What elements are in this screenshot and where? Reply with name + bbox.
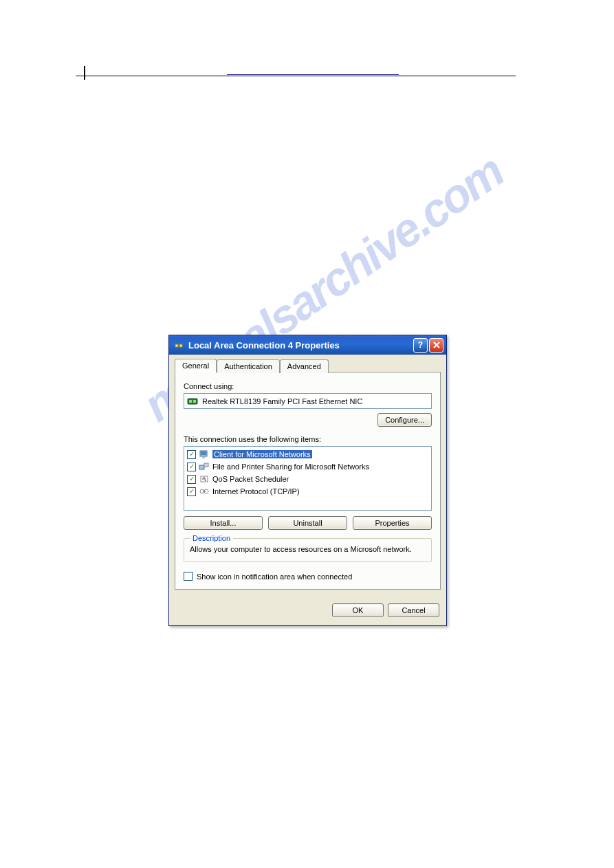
adapter-name: Realtek RTL8139 Family PCI Fast Ethernet… — [202, 397, 362, 405]
list-item-qos[interactable]: QoS Packet Scheduler — [186, 473, 430, 485]
list-item-label: Internet Protocol (TCP/IP) — [212, 487, 300, 496]
page-header-rule — [76, 76, 516, 80]
checkbox-icon[interactable] — [187, 450, 196, 459]
connection-items-list[interactable]: Client for Microsoft Networks File and P… — [184, 446, 432, 511]
tab-row: General Authentication Advanced — [175, 359, 441, 372]
list-item-label: Client for Microsoft Networks — [212, 450, 312, 458]
list-item-share[interactable]: File and Printer Sharing for Microsoft N… — [186, 460, 430, 473]
uninstall-button[interactable]: Uninstall — [268, 516, 347, 530]
svg-rect-4 — [189, 400, 192, 403]
tab-panel-general: Connect using: Realtek RTL8139 Family PC… — [175, 372, 441, 590]
cancel-button[interactable]: Cancel — [388, 603, 439, 617]
adapter-field[interactable]: Realtek RTL8139 Family PCI Fast Ethernet… — [184, 393, 432, 409]
dialog-title: Local Area Connection 4 Properties — [188, 340, 413, 350]
items-label: This connection uses the following items… — [184, 435, 432, 443]
description-text: Allows your computer to access resources… — [190, 544, 426, 555]
svg-rect-9 — [199, 465, 204, 469]
list-item-label: QoS Packet Scheduler — [212, 475, 289, 483]
checkbox-icon[interactable] — [187, 463, 196, 471]
description-legend: Description — [190, 534, 233, 542]
svg-rect-7 — [201, 452, 206, 455]
help-button[interactable]: ? — [413, 338, 428, 353]
text-cursor — [84, 66, 85, 80]
svg-rect-1 — [179, 344, 182, 347]
header-link-underline — [227, 74, 399, 75]
tab-general[interactable]: General — [175, 359, 217, 372]
install-button[interactable]: Install... — [184, 516, 263, 530]
svg-rect-11 — [201, 476, 208, 482]
checkbox-icon[interactable] — [187, 475, 196, 484]
properties-button[interactable]: Properties — [353, 516, 432, 530]
svg-rect-10 — [204, 463, 208, 467]
list-item-label: File and Printer Sharing for Microsoft N… — [212, 463, 369, 471]
close-button[interactable] — [429, 338, 443, 353]
client-icon — [199, 449, 210, 460]
description-group: Description Allows your computer to acce… — [184, 538, 432, 562]
ok-button[interactable]: OK — [332, 603, 384, 617]
qos-icon — [199, 474, 210, 485]
tab-advanced[interactable]: Advanced — [280, 359, 329, 373]
share-icon — [199, 461, 210, 472]
protocol-icon — [199, 486, 210, 497]
list-item-client[interactable]: Client for Microsoft Networks — [186, 448, 430, 460]
svg-rect-8 — [202, 457, 205, 458]
connect-using-label: Connect using: — [184, 382, 432, 390]
list-item-tcpip[interactable]: Internet Protocol (TCP/IP) — [186, 485, 430, 498]
svg-rect-0 — [175, 344, 178, 347]
nic-icon — [187, 396, 198, 407]
titlebar[interactable]: Local Area Connection 4 Properties ? — [169, 335, 446, 355]
svg-rect-5 — [193, 400, 196, 403]
checkbox-icon[interactable] — [187, 487, 196, 496]
notify-checkbox[interactable] — [184, 572, 193, 581]
connection-icon — [173, 340, 184, 350]
configure-button[interactable]: Configure... — [377, 413, 432, 427]
notify-label: Show icon in notification area when conn… — [197, 572, 352, 581]
properties-dialog: Local Area Connection 4 Properties ? Gen… — [168, 335, 447, 626]
tab-authentication[interactable]: Authentication — [217, 359, 280, 373]
